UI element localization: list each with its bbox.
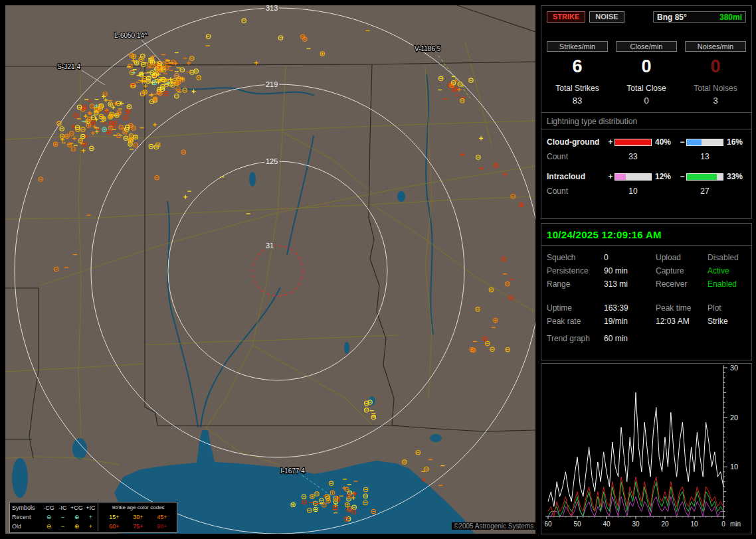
cg-negative-bar — [686, 139, 723, 146]
datetime-readout: 10/24/2025 12:09:16 AM — [547, 229, 746, 240]
trend-row: Trend graph 60 min — [547, 332, 746, 345]
status-row: Persistence 90 min Capture Active — [547, 264, 746, 277]
intracloud-row: Intracloud + 12% − 33% — [547, 172, 746, 181]
x-tick-label: 0 — [721, 520, 725, 528]
recent-cg-neg-icon: ⊖ — [42, 512, 56, 522]
persistence-value: 90 min — [604, 266, 656, 275]
trend-graph-value: 60 min — [604, 334, 656, 343]
peak-rate-value: 19/min — [604, 317, 656, 326]
map-legend: Symbols -CG -IC +CG +IC Strike age color… — [9, 502, 177, 533]
age-code-15: 15+ — [102, 512, 126, 522]
close-per-min-label: Close/min — [616, 41, 677, 52]
age-code-45: 45+ — [150, 512, 174, 522]
distribution-title: Lightning type distribution — [547, 117, 746, 126]
age-code-60: 60+ — [102, 522, 126, 531]
recent-ic-pos-icon: + — [84, 512, 98, 522]
noise-indicator-button[interactable]: NOISE — [589, 11, 624, 23]
cloud-ground-count-row: Count 33 13 — [547, 152, 746, 161]
cloud-ground-row: Cloud-ground + 40% − 16% — [547, 137, 746, 146]
divider — [541, 129, 751, 129]
old-cg-neg-icon: ⊖ — [42, 522, 56, 531]
x-tick-label: 20 — [661, 520, 669, 528]
lightning-map[interactable]: 12521931331L-6050 14^S-321 4V-1186 5I-16… — [5, 5, 535, 534]
perf-row: Uptime 163:39 Peak time Plot — [547, 301, 746, 315]
uptime-label: Uptime — [547, 303, 604, 313]
recent-ic-neg-icon: − — [56, 512, 70, 522]
x-tick-label: 60 — [544, 520, 552, 528]
plot-label: Plot — [708, 303, 746, 313]
peak-time-label: Peak time — [656, 303, 708, 313]
total-noises-value: 3 — [685, 96, 746, 106]
x-axis-unit: min — [730, 520, 741, 528]
strike-indicator-button[interactable]: STRIKE — [547, 11, 585, 23]
legend-col-ic-pos: +IC — [84, 503, 98, 512]
upload-value: Disabled — [708, 253, 746, 262]
bearing-value: Bng 85° — [657, 13, 687, 22]
storm-track-label: I-1677 4 — [280, 467, 305, 475]
intracloud-label: Intracloud — [547, 172, 607, 181]
recent-cg-pos-icon: ⊕ — [70, 512, 84, 522]
legend-divider — [98, 503, 102, 512]
age-code-30: 30+ — [126, 512, 150, 522]
count-label: Count — [547, 152, 607, 161]
bearing-range-readout: Bng 85° 380mi — [653, 11, 746, 23]
receiver-label: Receiver — [656, 279, 708, 289]
strikes-per-min-label: Strikes/min — [547, 41, 608, 52]
old-ic-pos-icon: + — [84, 522, 98, 531]
range-label: Range — [547, 279, 604, 289]
upload-label: Upload — [656, 253, 708, 262]
trend-graph-label: Trend graph — [547, 334, 604, 343]
ic-positive-count: 10 — [614, 187, 652, 196]
divider — [541, 245, 751, 246]
range-value: 313 mi — [604, 279, 656, 289]
y-tick-label: 10 — [730, 463, 738, 471]
y-tick-label: 20 — [730, 414, 738, 422]
total-strikes-value: 83 — [547, 96, 608, 106]
x-tick-label: 50 — [573, 520, 581, 528]
ic-negative-bar-fill — [687, 174, 717, 180]
trend-graph-chart: 1020306050403020100min — [541, 364, 751, 534]
cg-positive-bar-fill — [615, 139, 651, 145]
x-tick-label: 30 — [632, 520, 640, 528]
legend-col-cg-neg: -CG — [42, 503, 56, 512]
peak-time-value: 12:03 AM — [656, 317, 708, 326]
close-per-min-value: 0 — [616, 57, 677, 76]
strikes-per-min-value: 6 — [547, 57, 608, 76]
cg-negative-percent: 16% — [723, 137, 745, 147]
capture-value: Active — [708, 266, 746, 275]
squelch-value: 0 — [604, 253, 656, 262]
ic-negative-bar — [686, 173, 723, 181]
legend-col-ic-neg: -IC — [56, 503, 70, 512]
uptime-value: 163:39 — [604, 303, 656, 313]
y-tick-label: 30 — [730, 364, 738, 372]
status-row: Range 313 mi Receiver Enabled — [547, 277, 746, 291]
cg-positive-bar — [614, 139, 652, 146]
range-value: 380mi — [719, 13, 742, 22]
legend-col-cg-pos: +CG — [70, 503, 84, 512]
squelch-label: Squelch — [547, 253, 604, 262]
storm-track-label: V-1186 5 — [415, 45, 441, 52]
receiver-value: Enabled — [708, 279, 746, 289]
cloud-ground-label: Cloud-ground — [547, 137, 607, 147]
map-canvas[interactable]: 12521931331L-6050 14^S-321 4V-1186 5I-16… — [5, 5, 535, 534]
total-close-label: Total Close — [616, 84, 677, 93]
trend-graph-panel: 1020306050403020100min — [541, 363, 752, 534]
age-code-90: 90+ — [150, 522, 174, 531]
noises-per-min-label: Noises/min — [685, 41, 746, 52]
ring-distance-label: 125 — [266, 157, 278, 165]
status-panel: 10/24/2025 12:09:16 AM Squelch 0 Upload … — [541, 223, 752, 360]
divider — [541, 112, 751, 113]
total-close-value: 0 — [616, 96, 677, 106]
ic-positive-percent: 12% — [652, 172, 678, 181]
persistence-label: Persistence — [547, 266, 604, 275]
old-ic-neg-icon: − — [56, 522, 70, 531]
legend-row-recent: Recent — [11, 512, 42, 522]
ic-negative-count: 27 — [686, 187, 723, 196]
legend-symbols-header: Symbols — [11, 503, 42, 512]
cg-positive-count: 33 — [614, 152, 652, 161]
legend-age-header: Strike age color codes — [102, 503, 174, 512]
storm-track-label: S-321 4 — [57, 63, 80, 70]
ring-distance-label: 31 — [266, 242, 274, 250]
x-tick-label: 10 — [690, 520, 698, 528]
minus-sign: − — [678, 172, 686, 181]
